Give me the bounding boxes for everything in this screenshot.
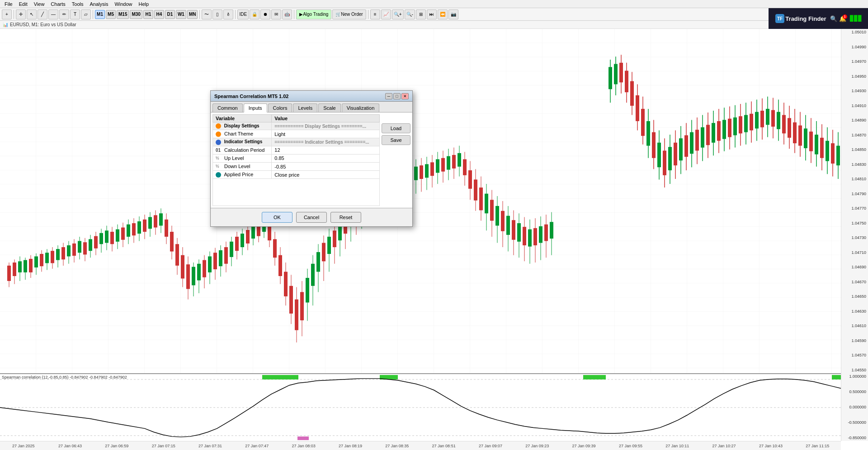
- new-chart-btn[interactable]: +: [2, 9, 12, 19]
- svg-rect-232: [674, 143, 677, 165]
- bar-chart-btn[interactable]: ▯: [212, 9, 222, 19]
- svg-rect-282: [809, 131, 813, 151]
- forward-btn[interactable]: ⏭: [427, 9, 437, 19]
- time-label: 27 Jan 09:23: [514, 444, 561, 448]
- save-button[interactable]: Save: [382, 135, 410, 145]
- tab-scale[interactable]: Scale: [318, 103, 341, 112]
- variable-value: =========== Display Settings ========...: [272, 122, 380, 130]
- time-label: 27 Jan 10:43: [747, 444, 794, 448]
- zoom-out-btn[interactable]: 🔍-: [405, 9, 415, 19]
- maximize-button[interactable]: □: [393, 93, 401, 99]
- row-icon: [216, 140, 221, 145]
- tab-common[interactable]: Common: [212, 103, 243, 112]
- svg-rect-162: [430, 162, 434, 176]
- menu-window[interactable]: Window: [112, 1, 135, 7]
- col-variable: Variable: [213, 115, 272, 122]
- text-btn[interactable]: T: [70, 9, 80, 19]
- dialog-titlebar: Spearman Correlation MT5 1.02 ─ □ ✕: [211, 91, 412, 102]
- menu-edit[interactable]: Edit: [16, 1, 30, 7]
- svg-rect-84: [219, 250, 222, 266]
- line-chart-btn[interactable]: 〜: [202, 9, 212, 19]
- email-btn[interactable]: ✉: [271, 9, 281, 19]
- notification-icon[interactable]: 🔔1: [839, 15, 846, 22]
- record-btn[interactable]: ⏺: [260, 9, 270, 19]
- table-row[interactable]: Display Settings =========== Display Set…: [213, 122, 380, 130]
- svg-rect-218: [636, 95, 639, 121]
- algo-trading-btn[interactable]: ▶ Algo Trading: [296, 9, 331, 19]
- table-row[interactable]: Chart Theme Light: [213, 130, 380, 138]
- svg-rect-254: [733, 117, 737, 135]
- svg-rect-288: [826, 141, 829, 161]
- price-label: 1.04790: [842, 192, 867, 196]
- candle-btn[interactable]: 🕯: [223, 9, 233, 19]
- svg-rect-278: [798, 126, 802, 146]
- dialog-tabs: Common Inputs Colors Levels Scale Visual…: [211, 102, 412, 112]
- svg-rect-262: [755, 112, 759, 129]
- ok-button[interactable]: OK: [262, 212, 292, 223]
- new-order-btn[interactable]: 🛒 New Order: [332, 9, 366, 19]
- tf-mn[interactable]: MN: [187, 10, 198, 19]
- tab-visualization[interactable]: Visualization: [342, 103, 380, 112]
- crosshair-btn[interactable]: ✛: [16, 9, 26, 19]
- menu-view[interactable]: View: [31, 1, 47, 7]
- table-row[interactable]: Applied Price Close price: [213, 171, 380, 179]
- tf-m1[interactable]: M1: [95, 10, 105, 19]
- depth-btn[interactable]: ≡: [370, 9, 380, 19]
- arrow-btn[interactable]: ↖: [27, 9, 37, 19]
- osc-level: 1.000000: [842, 374, 867, 379]
- table-row[interactable]: ½ Up Level 0.85: [213, 154, 380, 162]
- tab-inputs[interactable]: Inputs: [244, 103, 267, 112]
- close-button[interactable]: ✕: [401, 93, 409, 99]
- grid-btn[interactable]: ⊞: [416, 9, 426, 19]
- tf-m5[interactable]: M5: [106, 10, 116, 19]
- tab-colors[interactable]: Colors: [268, 103, 292, 112]
- zoom-in-btn[interactable]: 🔍+: [392, 9, 404, 19]
- svg-rect-76: [197, 264, 201, 281]
- robot-btn[interactable]: 🤖: [282, 9, 292, 19]
- table-row[interactable]: ½ Down Level -0.85: [213, 163, 380, 171]
- back-btn[interactable]: ⏪: [438, 9, 448, 19]
- cancel-button[interactable]: Cancel: [296, 212, 327, 223]
- time-label: 27 Jan 09:07: [467, 444, 514, 448]
- svg-rect-240: [695, 130, 699, 150]
- price-label: 1.04690: [842, 265, 867, 269]
- search-icon[interactable]: 🔍: [830, 15, 837, 22]
- osc-level: 0.000000: [842, 405, 867, 409]
- svg-rect-28: [67, 245, 71, 256]
- dialog-body: Variable Value Display Settings ========…: [211, 112, 412, 208]
- tf-d1[interactable]: D1: [165, 10, 175, 19]
- tf-w1[interactable]: W1: [176, 10, 186, 19]
- time-label: 27 Jan 09:55: [607, 444, 654, 448]
- svg-rect-284: [815, 135, 818, 155]
- row-icon: [216, 131, 221, 137]
- svg-rect-230: [668, 147, 672, 170]
- menu-charts[interactable]: Charts: [48, 1, 68, 7]
- reset-button[interactable]: Reset: [330, 212, 361, 223]
- tf-h4[interactable]: H4: [154, 10, 164, 19]
- minimize-button[interactable]: ─: [385, 93, 392, 99]
- ide-btn[interactable]: IDE: [237, 9, 249, 19]
- menu-tools[interactable]: Tools: [69, 1, 86, 7]
- variable-name: Indicator Settings: [224, 139, 262, 144]
- camera-btn[interactable]: 📷: [448, 9, 458, 19]
- menu-analysis[interactable]: Analysis: [87, 1, 111, 7]
- line-btn[interactable]: ╱: [38, 9, 47, 19]
- hline-btn[interactable]: —: [48, 9, 58, 19]
- chart-up-btn[interactable]: 📈: [381, 9, 391, 19]
- tf-m15[interactable]: M15: [117, 10, 129, 19]
- svg-rect-66: [170, 232, 174, 252]
- tf-m30[interactable]: M30: [130, 10, 142, 19]
- shapes-btn[interactable]: ▱: [81, 9, 91, 19]
- tf-h1[interactable]: H1: [143, 10, 153, 19]
- table-row[interactable]: Indicator Settings =========== Indicator…: [213, 138, 380, 146]
- menu-file[interactable]: File: [2, 1, 15, 7]
- lock-btn[interactable]: 🔒: [250, 9, 259, 19]
- menu-help[interactable]: Help: [136, 1, 152, 7]
- svg-rect-26: [61, 247, 65, 259]
- load-button[interactable]: Load: [382, 123, 410, 133]
- price-label: 1.04630: [842, 309, 867, 314]
- svg-rect-56: [143, 220, 146, 232]
- tab-levels[interactable]: Levels: [293, 103, 317, 112]
- table-row[interactable]: 01 Calculation Period 12: [213, 146, 380, 154]
- pen-btn[interactable]: ✏: [59, 9, 69, 19]
